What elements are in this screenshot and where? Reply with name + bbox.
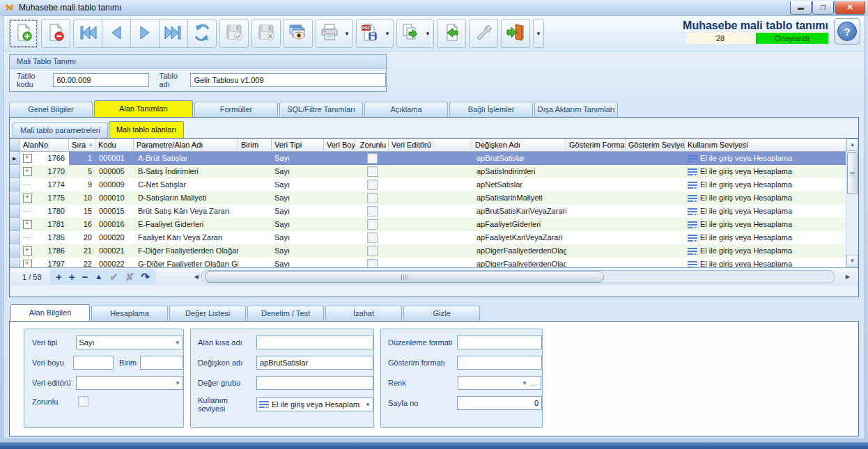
gosterim-formati-input[interactable] — [457, 356, 542, 370]
scroll-right-icon[interactable]: ▶ — [846, 274, 850, 280]
horizontal-scrollbar[interactable] — [201, 270, 835, 283]
table-row[interactable]: +179722000022G-Diğer Faaliyetler Olağan … — [10, 258, 846, 268]
vertical-scrollbar-thumb[interactable] — [847, 152, 858, 194]
table-row[interactable]: ▶+17661000001A-Brüt SatışlarSayıapBrutSa… — [10, 152, 846, 165]
column-header-sira[interactable]: Sıra▲ — [69, 139, 95, 151]
zorunlu-checkbox[interactable] — [367, 206, 378, 216]
column-header-alanno-h[interactable]: AlanNo — [20, 139, 69, 151]
toolbar-new-record-button[interactable] — [9, 19, 38, 48]
tablo-adi-input[interactable] — [190, 73, 386, 87]
table-row[interactable]: 178015000015Brüt Satış Kârı Veya ZararıS… — [10, 205, 846, 218]
table-row[interactable]: +178621000021F-Diğer Faaliyetlerden Olağ… — [10, 244, 846, 258]
scroll-down-icon[interactable]: ▼ — [846, 255, 858, 267]
delete-record-icon[interactable]: − — [82, 269, 88, 285]
table-row[interactable]: +178116000016E-Faaliyet GiderleriSayıapF… — [10, 218, 846, 231]
kullanim-seviyesi-select[interactable]: El ile giriş veya Hesaplama ▼ — [256, 397, 373, 411]
insert-record-icon[interactable]: + — [69, 269, 75, 285]
table-row[interactable]: +177510000010D-Satışların MaliyetiSayıap… — [10, 191, 846, 205]
edit-record-icon[interactable]: ▲ — [95, 269, 102, 285]
tab-bağlı-i-şlemler[interactable]: Bağlı İşlemler — [449, 102, 533, 117]
toolbar-copy-record-button[interactable]: ▼ — [396, 19, 434, 48]
tab-genel-bilgiler[interactable]: Genel Bilgiler — [9, 102, 93, 117]
toolbar-print-button[interactable]: ▼ — [316, 19, 353, 48]
toolbar-tools-button[interactable] — [469, 19, 498, 48]
column-header-vtipi[interactable]: Veri Tipi — [272, 139, 324, 151]
toolbar-save-cancel-button[interactable] — [251, 19, 281, 48]
tab-gizle[interactable]: Gizle — [403, 306, 480, 321]
column-header-gseviyesi[interactable]: Gösterim Seviyesi — [626, 139, 685, 151]
horizontal-scrollbar-thumb[interactable] — [205, 271, 604, 283]
tab-mali-tablo-alanları[interactable]: Mali tablo alanları — [109, 121, 184, 138]
veri-boyu-input[interactable] — [73, 356, 114, 370]
toolbar-last-record-button[interactable] — [159, 19, 188, 48]
help-button[interactable]: ? — [834, 18, 860, 45]
table-row[interactable]: 17749000009C-Net SatışlarSayıapNetSatisl… — [10, 178, 846, 191]
toolbar-next-record-button[interactable] — [130, 19, 160, 48]
minimize-icon[interactable]: ▬ — [790, 1, 812, 15]
column-header-zorunlu[interactable]: Zorunlu — [355, 139, 389, 151]
tab-hesaplama[interactable]: Hesaplama — [91, 306, 168, 321]
toolbar-import-record-button[interactable] — [437, 19, 466, 48]
vertical-scrollbar[interactable]: ▲ ▼ — [846, 139, 858, 267]
close-icon[interactable]: ✕ — [835, 1, 865, 15]
sayfa-no-input[interactable] — [457, 396, 542, 410]
expand-plus-icon[interactable]: + — [20, 244, 34, 258]
tab-açıklama[interactable]: Açıklama — [364, 102, 448, 117]
chevron-down-icon[interactable]: ▼ — [344, 31, 350, 37]
maximize-icon[interactable]: ❐ — [812, 1, 834, 15]
scroll-up-icon[interactable]: ▲ — [846, 139, 858, 151]
veri-editoru-select[interactable]: ▼ — [76, 376, 183, 390]
scroll-left-icon[interactable]: ◀ — [192, 271, 201, 283]
veri-tipi-select[interactable]: Sayı ▼ — [76, 336, 183, 349]
toolbar-first-record-button[interactable] — [73, 19, 102, 48]
column-header-kodu[interactable]: Kodu — [95, 139, 134, 151]
tab-denetim-test[interactable]: Denetim / Test — [247, 306, 324, 321]
toolbar-delete-record-button[interactable] — [41, 19, 70, 48]
zorunlu-checkbox[interactable] — [78, 396, 88, 407]
zorunlu-checkbox[interactable] — [367, 246, 378, 256]
expand-plus-icon[interactable]: + — [20, 152, 34, 165]
expand-plus-icon[interactable]: + — [20, 258, 34, 268]
toolbar-exit-options-button[interactable]: ▼ — [533, 19, 544, 48]
chevron-down-icon[interactable]: ▼ — [425, 31, 431, 37]
birim-input[interactable] — [140, 356, 183, 370]
duzenleme-formati-input[interactable] — [457, 336, 542, 349]
column-header-vboyu[interactable]: Veri Boyu — [324, 139, 355, 151]
toolbar-save-button[interactable] — [219, 19, 249, 48]
zorunlu-checkbox[interactable] — [367, 180, 378, 190]
expand-plus-icon[interactable]: + — [20, 191, 34, 205]
post-edit-icon[interactable]: ✔ — [109, 269, 118, 285]
table-row[interactable]: +17705000005B-Satış İndirimleriSayıapSat… — [10, 165, 846, 178]
tablo-kodu-input[interactable] — [53, 73, 149, 87]
zorunlu-checkbox[interactable] — [367, 233, 378, 243]
tab-i-zahat[interactable]: İzahat — [325, 306, 402, 321]
table-row[interactable]: 178520000020Faaliyet Kârı Veya ZararıSay… — [10, 231, 846, 244]
zorunlu-checkbox[interactable] — [367, 193, 378, 203]
append-record-icon[interactable]: + — [56, 269, 62, 285]
column-header-birim[interactable]: Birim — [238, 139, 272, 151]
toolbar-preview-button[interactable] — [284, 19, 313, 48]
column-header-gformati[interactable]: Gösterim Formatı — [566, 139, 626, 151]
alan-kisa-adi-input[interactable] — [256, 336, 373, 349]
zorunlu-checkbox[interactable] — [367, 219, 378, 230]
tab-değer-listesi[interactable]: Değer Listesi — [169, 306, 246, 321]
zorunlu-checkbox[interactable] — [367, 153, 378, 164]
renk-picker-button[interactable]: … — [531, 379, 538, 387]
refresh-records-icon[interactable]: ↷ — [141, 269, 150, 285]
degisken-adi-input[interactable] — [256, 356, 373, 370]
tab-formüller[interactable]: Formüller — [194, 102, 278, 117]
zorunlu-checkbox[interactable] — [367, 166, 378, 177]
tab-mali-tablo-parametreleri[interactable]: Mali tablo parametreleri — [13, 123, 108, 138]
tab-sql-filtre-tanımları[interactable]: SQL/Filtre Tanımları — [279, 102, 363, 117]
cancel-edit-icon[interactable]: ✘ — [125, 269, 134, 285]
column-header-kullanim[interactable]: Kullanım Seviyesi — [685, 139, 846, 151]
tab-alan-tanımları[interactable]: Alan Tanımları — [94, 100, 193, 117]
tab-alan-bilgileri[interactable]: Alan Bilgileri — [10, 304, 90, 321]
column-header-param[interactable]: Parametre/Alan Adı — [134, 139, 238, 151]
renk-select[interactable]: ▼ … — [458, 376, 541, 390]
toolbar-refresh-button[interactable] — [187, 19, 217, 48]
expand-plus-icon[interactable]: + — [20, 165, 34, 178]
chevron-down-icon[interactable]: ▼ — [385, 31, 390, 37]
column-header-veditoru[interactable]: Veri Editörü — [389, 139, 472, 151]
zorunlu-checkbox[interactable] — [367, 259, 378, 268]
